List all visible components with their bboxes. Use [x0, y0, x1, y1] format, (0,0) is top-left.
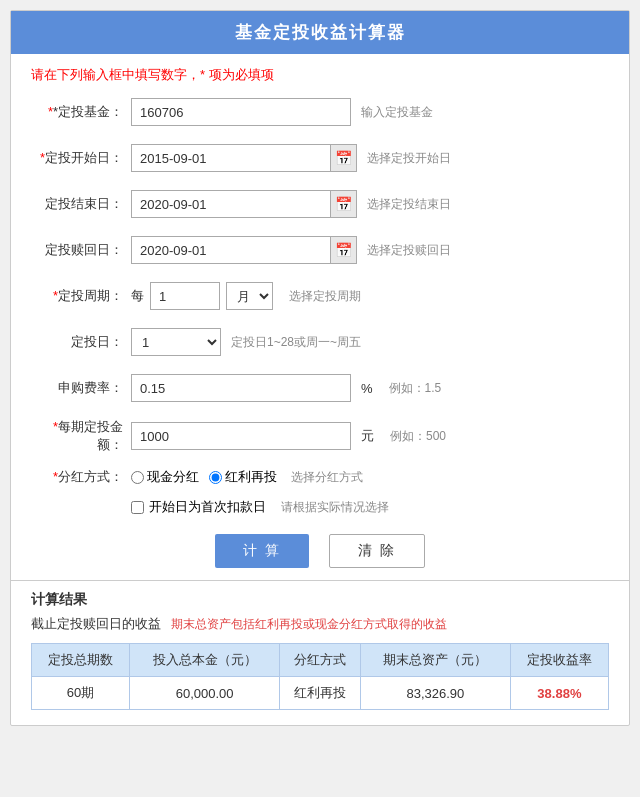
result-table-header-row: 定投总期数 投入总本金（元） 分红方式 期末总资产（元） 定投收益率: [32, 644, 609, 677]
hint-text: 请在下列输入框中填写数字，* 项为必填项: [11, 66, 629, 96]
cell-periods: 60期: [32, 677, 130, 710]
result-subtitle-row: 截止定投赎回日的收益 期末总资产包括红利再投或现金分红方式取得的收益: [31, 615, 609, 633]
redeem-date-input[interactable]: [131, 236, 331, 264]
required-mark: 请在下列输入框中填写数字，* 项为必填项: [31, 67, 274, 82]
redeem-date-row: 定投赎回日： 📅 选择定投赎回日: [31, 234, 609, 266]
result-subtitle-left: 截止定投赎回日的收益: [31, 615, 161, 633]
end-date-input[interactable]: [131, 190, 331, 218]
start-date-row: *定投开始日： 📅 选择定投开始日: [31, 142, 609, 174]
dividend-reinvest-option[interactable]: 红利再投: [209, 468, 277, 486]
start-deduct-label: 开始日为首次扣款日: [149, 498, 266, 516]
period-row: *定投周期： 每 月 周 选择定投周期: [31, 280, 609, 312]
col-assets: 期末总资产（元）: [360, 644, 510, 677]
col-periods: 定投总期数: [32, 644, 130, 677]
dividend-cash-label: 现金分红: [147, 468, 199, 486]
dividend-cash-option[interactable]: 现金分红: [131, 468, 199, 486]
fee-label: 申购费率：: [31, 379, 131, 397]
start-date-label: *定投开始日：: [31, 149, 131, 167]
result-title: 计算结果: [31, 591, 609, 609]
amount-input[interactable]: [131, 422, 351, 450]
cell-assets: 83,326.90: [360, 677, 510, 710]
day-row: 定投日： 1 定投日1~28或周一~周五: [31, 326, 609, 358]
start-date-hint: 选择定投开始日: [367, 150, 451, 167]
col-principal: 投入总本金（元）: [130, 644, 280, 677]
clear-button[interactable]: 清 除: [329, 534, 425, 568]
end-date-calendar-icon[interactable]: 📅: [331, 190, 357, 218]
end-date-label: 定投结束日：: [31, 195, 131, 213]
start-deduct-row: 开始日为首次扣款日 请根据实际情况选择: [31, 498, 389, 516]
redeem-date-label: 定投赎回日：: [31, 241, 131, 259]
period-unit-select[interactable]: 月 周: [226, 282, 273, 310]
amount-hint: 例如：500: [390, 428, 446, 445]
period-label: *定投周期：: [31, 287, 131, 305]
day-select[interactable]: 1: [131, 328, 221, 356]
result-section: 计算结果 截止定投赎回日的收益 期末总资产包括红利再投或现金分红方式取得的收益 …: [11, 580, 629, 710]
start-deduct-hint: 请根据实际情况选择: [281, 499, 389, 516]
period-inputs: 每 月 周 选择定投周期: [131, 282, 361, 310]
day-label: 定投日：: [31, 333, 131, 351]
dividend-options: 现金分红 红利再投 选择分红方式: [131, 468, 363, 486]
col-return: 定投收益率: [510, 644, 608, 677]
amount-unit: 元: [361, 427, 374, 445]
fee-input[interactable]: [131, 374, 351, 402]
redeem-date-hint: 选择定投赎回日: [367, 242, 451, 259]
redeem-date-calendar-icon[interactable]: 📅: [331, 236, 357, 264]
end-date-row: 定投结束日： 📅 选择定投结束日: [31, 188, 609, 220]
day-hint: 定投日1~28或周一~周五: [231, 334, 361, 351]
cell-dividend: 红利再投: [280, 677, 361, 710]
table-row: 60期 60,000.00 红利再投 83,326.90 38.88%: [32, 677, 609, 710]
col-dividend: 分红方式: [280, 644, 361, 677]
fund-label: **定投基金：: [31, 103, 131, 121]
buttons-row: 计 算 清 除: [11, 534, 629, 568]
dividend-cash-radio[interactable]: [131, 471, 144, 484]
dividend-label: *分红方式：: [31, 468, 131, 486]
end-date-hint: 选择定投结束日: [367, 196, 451, 213]
amount-row: *每期定投金额： 元 例如：500: [31, 418, 609, 454]
dividend-hint: 选择分红方式: [291, 469, 363, 486]
cell-return: 38.88%: [510, 677, 608, 710]
dividend-reinvest-label: 红利再投: [225, 468, 277, 486]
fund-row: **定投基金： 输入定投基金: [31, 96, 609, 128]
calc-button[interactable]: 计 算: [215, 534, 309, 568]
fee-unit: %: [361, 381, 373, 396]
fund-input[interactable]: [131, 98, 351, 126]
start-date-input[interactable]: [131, 144, 331, 172]
main-container: 基金定投收益计算器 请在下列输入框中填写数字，* 项为必填项 **定投基金： 输…: [10, 10, 630, 726]
amount-label: *每期定投金额：: [31, 418, 131, 454]
period-value-input[interactable]: [150, 282, 220, 310]
start-date-calendar-icon[interactable]: 📅: [331, 144, 357, 172]
fund-hint: 输入定投基金: [361, 104, 433, 121]
period-hint: 选择定投周期: [289, 288, 361, 305]
form-section: **定投基金： 输入定投基金 *定投开始日： 📅 选择定投开始日 定投结束日： …: [11, 96, 629, 516]
result-subtitle-right: 期末总资产包括红利再投或现金分红方式取得的收益: [171, 616, 447, 633]
page-title: 基金定投收益计算器: [11, 11, 629, 54]
dividend-row: *分红方式： 现金分红 红利再投 选择分红方式 开始日为首次扣款日: [31, 468, 609, 516]
fee-row: 申购费率： % 例如：1.5: [31, 372, 609, 404]
fee-hint: 例如：1.5: [389, 380, 442, 397]
start-deduct-checkbox[interactable]: [131, 501, 144, 514]
result-table: 定投总期数 投入总本金（元） 分红方式 期末总资产（元） 定投收益率 60期 6…: [31, 643, 609, 710]
cell-principal: 60,000.00: [130, 677, 280, 710]
dividend-reinvest-radio[interactable]: [209, 471, 222, 484]
